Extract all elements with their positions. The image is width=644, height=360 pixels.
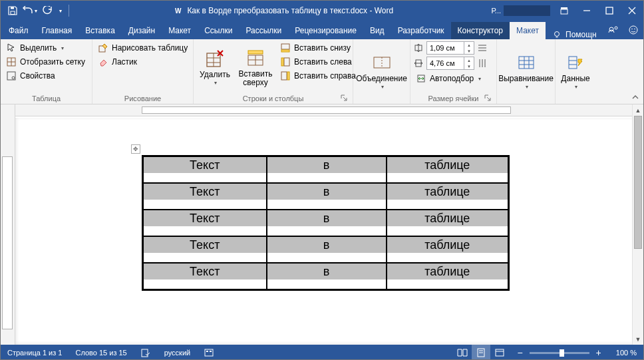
spin-down-icon[interactable]: ▼ — [464, 48, 474, 54]
table-row[interactable]: Текствтаблице — [143, 156, 509, 184]
document-area: ✥ ТекствтаблицеТекствтаблицеТекствтаблиц… — [1, 104, 643, 345]
tab-developer[interactable]: Разработчик — [391, 22, 451, 39]
table-cell[interactable]: таблице — [387, 156, 509, 184]
scroll-up-icon[interactable]: ▲ — [633, 104, 643, 116]
zoom-slider[interactable]: − + — [509, 347, 609, 358]
table-move-handle-icon[interactable]: ✥ — [131, 144, 140, 154]
table-cell[interactable]: таблице — [387, 210, 509, 236]
table-cell[interactable]: Текст — [143, 156, 267, 184]
zoom-thumb[interactable] — [560, 349, 564, 357]
tab-mailings[interactable]: Рассылки — [239, 22, 288, 39]
tab-insert[interactable]: Вставка — [79, 22, 122, 39]
col-width-input[interactable]: 4,76 см▲▼ — [426, 57, 474, 70]
table-cell[interactable]: в — [267, 210, 387, 236]
share-button[interactable] — [603, 21, 623, 39]
insert-above-button[interactable]: Вставить сверху — [236, 41, 275, 93]
draw-table-button[interactable]: Нарисовать таблицу — [95, 41, 190, 55]
tab-table-layout[interactable]: Макет — [510, 22, 546, 39]
table-cell[interactable]: таблице — [387, 263, 509, 290]
close-icon[interactable] — [621, 1, 643, 21]
tab-page-layout[interactable]: Макет — [162, 22, 198, 39]
tab-table-design[interactable]: Конструктор — [451, 22, 510, 39]
spin-down-icon[interactable]: ▼ — [464, 63, 474, 69]
properties-button[interactable]: Свойства — [3, 69, 88, 83]
alignment-button[interactable]: Выравнивание▾ — [494, 41, 558, 101]
insert-left-button[interactable]: Вставить слева — [277, 55, 359, 69]
vertical-scrollbar[interactable]: ▲ ▼ — [632, 104, 643, 345]
vertical-ruler[interactable] — [1, 104, 15, 345]
status-page[interactable]: Страница 1 из 1 — [1, 345, 69, 360]
data-button[interactable]: Данные▾ — [557, 41, 593, 101]
cell-text: Текст — [144, 264, 266, 279]
document-table[interactable]: ТекствтаблицеТекствтаблицеТекствтаблицеТ… — [142, 155, 510, 291]
redo-icon[interactable] — [39, 3, 55, 19]
tab-references[interactable]: Ссылки — [198, 22, 239, 39]
tell-me-search[interactable]: Помощн — [546, 30, 603, 39]
table-cell[interactable]: в — [267, 183, 387, 210]
document-page[interactable]: ✥ ТекствтаблицеТекствтаблицеТекствтаблиц… — [15, 116, 643, 345]
collapse-ribbon-icon[interactable] — [630, 92, 641, 102]
save-icon[interactable] — [5, 3, 21, 19]
select-button[interactable]: Выделить▾ — [3, 41, 88, 55]
view-gridlines-button[interactable]: Отобразить сетку — [3, 55, 88, 69]
tab-review[interactable]: Рецензирование — [288, 22, 363, 39]
qat-customize-icon[interactable]: ▾ — [57, 3, 65, 19]
status-macros[interactable] — [197, 345, 221, 360]
tab-design[interactable]: Дизайн — [122, 22, 162, 39]
autofit-button[interactable]: Автоподбор▾ — [413, 72, 488, 85]
scroll-down-icon[interactable]: ▼ — [633, 333, 643, 345]
table-cell[interactable]: Текст — [143, 183, 267, 210]
insert-below-button[interactable]: Вставить снизу — [277, 41, 359, 55]
spin-up-icon[interactable]: ▲ — [464, 57, 474, 63]
insert-right-button[interactable]: Вставить справа — [277, 69, 359, 83]
table-cell[interactable]: в — [267, 236, 387, 263]
zoom-in-button[interactable]: + — [593, 347, 604, 358]
undo-icon[interactable]: ▾ — [22, 3, 38, 19]
distribute-cols-icon[interactable] — [477, 58, 488, 69]
eraser-button[interactable]: Ластик — [95, 55, 190, 69]
svg-rect-31 — [284, 58, 289, 66]
ribbon-display-options-icon[interactable] — [553, 1, 575, 21]
table-cell[interactable]: таблице — [387, 236, 509, 263]
table-cell[interactable]: в — [267, 156, 387, 184]
tab-file[interactable]: Файл — [2, 22, 35, 39]
delete-button[interactable]: Удалить▾ — [196, 41, 234, 93]
cell-text: Текст — [144, 237, 266, 253]
zoom-level[interactable]: 100 % — [609, 345, 643, 360]
read-mode-button[interactable] — [453, 345, 472, 360]
zoom-track[interactable] — [530, 352, 589, 354]
maximize-icon[interactable] — [598, 1, 621, 21]
status-spellcheck[interactable] — [134, 345, 158, 360]
row-height-input[interactable]: 1,09 см▲▼ — [426, 41, 474, 55]
table-row[interactable]: Текствтаблице — [143, 210, 509, 236]
print-layout-button[interactable] — [472, 345, 490, 360]
dialog-launcher-icon[interactable] — [483, 93, 492, 102]
ribbon: Выделить▾ Отобразить сетку Свойства Табл… — [1, 39, 643, 104]
status-word-count[interactable]: Слово 15 из 15 — [69, 345, 133, 360]
table-cell[interactable]: Текст — [143, 236, 267, 263]
cell-text: в — [267, 210, 386, 226]
table-row[interactable]: Текствтаблице — [143, 236, 509, 263]
table-row[interactable]: Текствтаблице — [143, 263, 509, 290]
horizontal-ruler[interactable] — [15, 104, 643, 116]
align-grid-icon — [516, 52, 537, 73]
table-cell[interactable]: таблице — [387, 183, 509, 210]
minimize-icon[interactable] — [575, 1, 598, 21]
table-cell[interactable]: Текст — [143, 263, 267, 290]
merge-button[interactable]: Объединение▾ — [352, 41, 411, 101]
spin-up-icon[interactable]: ▲ — [464, 42, 474, 48]
table-cell[interactable]: в — [267, 263, 387, 290]
table-row[interactable]: Текствтаблице — [143, 183, 509, 210]
tab-home[interactable]: Главная — [35, 22, 79, 39]
group-label: Таблица — [3, 93, 89, 102]
web-layout-button[interactable] — [490, 345, 509, 360]
zoom-out-button[interactable]: − — [514, 347, 525, 358]
dialog-launcher-icon[interactable] — [339, 93, 349, 102]
svg-rect-26 — [248, 51, 263, 54]
lightbulb-icon — [552, 30, 562, 39]
tab-view[interactable]: Вид — [363, 22, 391, 39]
table-cell[interactable]: Текст — [143, 210, 267, 236]
feedback-button[interactable] — [623, 21, 643, 39]
status-language[interactable]: русский — [158, 345, 197, 360]
distribute-rows-icon[interactable] — [477, 43, 488, 53]
